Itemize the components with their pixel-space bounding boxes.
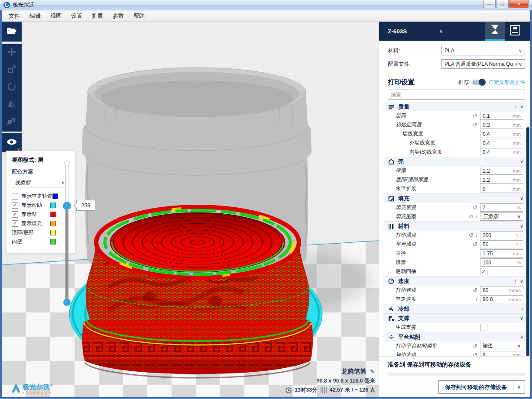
save-to-removable-button[interactable]: 保存到可移动的存储设备 xyxy=(439,381,513,393)
setting-checkbox[interactable] xyxy=(480,324,487,331)
category-material[interactable]: 材料∨ xyxy=(383,221,527,231)
minimize-button[interactable]: — xyxy=(483,0,496,8)
slice-progress-bar xyxy=(388,373,525,376)
setting-value-input[interactable]: 60mm/s xyxy=(480,286,523,294)
layer-slider-current-handle[interactable] xyxy=(63,202,71,210)
setting-value-input[interactable]: 1.2mm xyxy=(480,167,523,175)
reset-icon[interactable]: ↺ xyxy=(473,204,477,211)
setting-row: 底部/顶部厚度1.2mm xyxy=(383,175,527,184)
view-mode-button[interactable]: ∨ xyxy=(2,133,22,152)
category-shell[interactable]: 壳∨ xyxy=(383,157,527,166)
tab-monitor-view[interactable] xyxy=(505,22,525,41)
settings-scrollbar[interactable] xyxy=(526,125,529,383)
setting-value-input[interactable]: 1.75mm xyxy=(480,249,523,257)
save-options-chevron[interactable]: ∨ xyxy=(513,381,525,393)
layer-slider-bottom-handle[interactable] xyxy=(63,299,71,306)
category-speed[interactable]: 速度i∨ xyxy=(383,276,527,286)
menu-item-edit[interactable]: 编辑 xyxy=(25,11,45,21)
setting-checkbox[interactable]: ✓ xyxy=(480,268,487,275)
layer-slider-track-lower[interactable] xyxy=(65,206,68,306)
chevron-down-icon[interactable]: ∨ xyxy=(439,29,443,34)
category-infill[interactable]: 填充∨ xyxy=(383,193,527,203)
layer-slider-top-handle[interactable] xyxy=(64,161,70,166)
setting-label: 层高 xyxy=(383,112,406,119)
maximize-button[interactable]: ▢ xyxy=(496,0,509,8)
scale-tool-button[interactable] xyxy=(2,61,22,79)
setting-value-input[interactable]: 90.0mm/s xyxy=(480,295,523,303)
reset-icon[interactable]: ↺ xyxy=(473,122,477,128)
menu-item-help[interactable]: 帮助 xyxy=(129,11,149,21)
close-button[interactable]: ✕ xyxy=(509,0,529,8)
menu-bar: 文件编辑视图设置扩展参数帮助 xyxy=(2,10,530,22)
menu-item-extensions[interactable]: 扩展 xyxy=(87,11,108,21)
setting-value-input[interactable]: 50°C xyxy=(480,240,523,248)
settings-search-input[interactable] xyxy=(388,90,525,100)
reset-icon[interactable]: ↺ xyxy=(473,113,477,119)
info-icon[interactable]: i xyxy=(515,278,516,284)
category-cooling[interactable]: 冷却‹ xyxy=(383,304,527,313)
view-option-checkbox[interactable] xyxy=(12,193,18,200)
printer-name[interactable]: Z-603S xyxy=(379,28,407,35)
view-option-checkbox[interactable]: ✓ xyxy=(12,202,18,209)
category-layers[interactable]: 质量i∨ xyxy=(383,102,527,111)
setting-value-input[interactable]: 0mm xyxy=(480,185,523,193)
setting-value-input[interactable]: 0.3mm xyxy=(480,121,523,129)
setting-unit: mm xyxy=(513,150,521,155)
category-label: 质量 xyxy=(398,103,409,111)
reset-icon[interactable]: ↺ xyxy=(473,241,477,248)
edit-name-icon[interactable]: ✎ xyxy=(370,368,375,375)
reset-icon[interactable]: ↺ xyxy=(473,343,477,349)
move-tool-button[interactable] xyxy=(2,44,22,61)
layer-slider-track[interactable] xyxy=(65,161,68,206)
view-option-checkbox[interactable]: ✓ xyxy=(12,211,18,218)
view-option-checkbox[interactable]: ✓ xyxy=(12,220,18,227)
info-icon[interactable]: i xyxy=(476,213,477,220)
setting-value-input[interactable]: 0.4mm xyxy=(480,148,523,156)
open-file-button[interactable] xyxy=(2,22,22,42)
printer-header: Z-603S ∨ xyxy=(379,22,530,41)
tab-slice-view[interactable] xyxy=(485,22,505,41)
setting-value-input[interactable]: 0.4mm xyxy=(480,130,523,138)
duplicate-tool-button[interactable] xyxy=(2,113,22,131)
recommended-custom-toggle[interactable] xyxy=(472,80,485,85)
reset-icon[interactable]: ↺ xyxy=(469,232,474,238)
menu-item-view[interactable]: 视图 xyxy=(45,11,66,21)
category-support[interactable]: 支撑∨ xyxy=(383,313,527,323)
setting-value-input[interactable]: 100% xyxy=(480,258,523,267)
reset-icon[interactable]: ↺ xyxy=(473,287,477,293)
menu-item-parameters[interactable]: 参数 xyxy=(108,11,129,21)
custom-profile-link[interactable]: 自定义配置文件 xyxy=(489,79,525,86)
3d-viewport[interactable]: ∨ 视图模式: 层 配色方案 线类型 ∨ 显示空走轨迹✓显示帮助✓显示壁✓显示填… xyxy=(2,22,379,397)
setting-value-select[interactable]: 三角形∨ xyxy=(480,212,523,221)
info-icon[interactable]: i xyxy=(476,296,477,302)
setting-value-input[interactable]: 7% xyxy=(480,203,523,212)
setting-label: 初始层高度 xyxy=(383,121,422,129)
category-adhesion[interactable]: 平台粘附∨ xyxy=(383,332,527,341)
material-select[interactable]: PLA ∨ xyxy=(441,46,525,55)
setting-label: 流量 xyxy=(383,259,406,266)
setting-label: 打印平台粘附类型 xyxy=(383,342,437,350)
mirror-tool-button[interactable] xyxy=(2,96,22,113)
menu-item-settings[interactable]: 设置 xyxy=(66,11,87,21)
setting-value-input[interactable]: 1.2mm xyxy=(480,176,523,184)
rotate-tool-button[interactable] xyxy=(2,79,22,96)
sliced-model[interactable] xyxy=(80,207,316,378)
setting-unit: mm xyxy=(513,122,521,128)
setting-row: 壁厚1.2mm xyxy=(383,166,527,175)
setting-value-input[interactable]: 0.4mm xyxy=(480,139,523,147)
setting-value-input[interactable]: 200°C xyxy=(480,231,523,239)
setting-value-input[interactable]: 0.1mm xyxy=(480,112,523,120)
setting-label: 填充密度 xyxy=(383,204,416,211)
setting-value: 0.4 xyxy=(483,140,490,146)
menu-item-file[interactable]: 文件 xyxy=(4,11,25,21)
setting-row: 水平扩展0mm xyxy=(383,184,527,193)
color-scheme-select[interactable]: 线类型 ∨ xyxy=(12,178,67,187)
reset-icon[interactable]: ↺ xyxy=(469,213,474,220)
scrollbar-thumb[interactable] xyxy=(526,127,529,378)
move-icon xyxy=(7,47,16,58)
info-icon[interactable]: i xyxy=(476,232,477,238)
setting-value-select[interactable]: 裙边∨ xyxy=(480,342,523,350)
view-option-row: ✓显示填充 xyxy=(12,219,71,228)
profile-select[interactable]: PLA 普通质量(PLA Norma Qua ★ ∨ xyxy=(441,59,525,69)
info-icon[interactable]: i xyxy=(515,103,516,110)
